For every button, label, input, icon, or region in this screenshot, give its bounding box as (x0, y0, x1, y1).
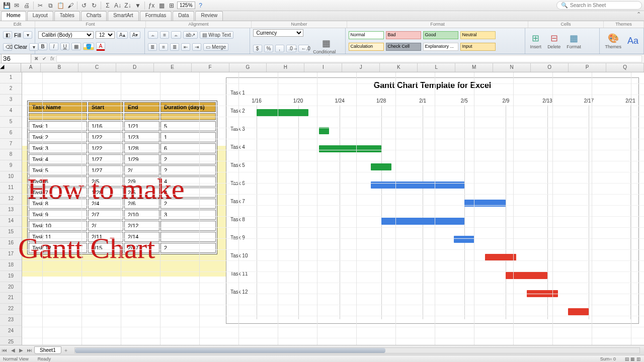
cell-style-swatch[interactable]: Calculation (349, 43, 384, 51)
column-header[interactable]: K (380, 63, 418, 72)
increase-font-icon[interactable]: A▴ (117, 31, 128, 39)
redo-icon[interactable]: ↻ (90, 1, 99, 10)
row-header[interactable]: 16 (0, 238, 22, 249)
row-header[interactable]: 22 (0, 304, 22, 315)
collapse-ribbon-icon[interactable]: ⌃ (633, 11, 644, 21)
tab-home[interactable]: Home (1, 11, 26, 21)
font-name-select[interactable]: Calibri (Body) (38, 31, 94, 39)
format-painter-icon[interactable]: 🖌 (66, 1, 75, 10)
inc-decimal-icon[interactable]: .0→ (286, 45, 297, 52)
row-header[interactable]: 1 (0, 72, 22, 83)
sheet-nav-prev-icon[interactable]: ◀ (9, 347, 17, 353)
filter-icon[interactable]: ▼ (133, 1, 142, 10)
fill-color-icon[interactable]: 🪣 (83, 43, 94, 50)
row-header[interactable]: 3 (0, 95, 22, 106)
row-header[interactable]: 5 (0, 117, 22, 128)
sheet-tab[interactable]: Sheet1 (34, 346, 61, 354)
cut-icon[interactable]: ✂ (36, 1, 45, 10)
search-input[interactable] (570, 3, 635, 8)
italic-button[interactable]: I (49, 43, 58, 50)
row-header[interactable]: 2 (0, 83, 22, 95)
print-icon[interactable]: 🖨 (22, 1, 31, 10)
delete-cells-button[interactable]: ⊟Delete (545, 32, 562, 50)
fill-icon[interactable]: ◧ (3, 31, 12, 39)
layout-buttons[interactable]: ▤ ▦ ▥ (625, 356, 641, 361)
comma-icon[interactable]: , (275, 45, 284, 52)
row-header[interactable]: 13 (0, 205, 22, 216)
copy-icon[interactable]: ⧉ (46, 1, 55, 10)
row-header[interactable]: 7 (0, 139, 22, 150)
cell-style-swatch[interactable]: Input (460, 43, 496, 51)
align-top-icon[interactable]: ⫠ (148, 31, 158, 39)
column-header[interactable]: I (304, 63, 342, 72)
column-header[interactable]: O (531, 63, 569, 72)
tab-layout[interactable]: Layout (27, 11, 53, 21)
cell-style-swatch[interactable]: Bad (386, 31, 421, 39)
sort-asc-icon[interactable]: A↓ (113, 1, 122, 10)
bold-button[interactable]: B (38, 43, 47, 50)
sheet-nav-first-icon[interactable]: ⏮ (0, 347, 9, 353)
email-icon[interactable]: ✉ (12, 1, 21, 10)
orientation-icon[interactable]: ab↗ (183, 31, 198, 39)
column-header[interactable]: H (267, 63, 304, 72)
cancel-formula-icon[interactable]: ✖ (32, 56, 40, 61)
fx-icon[interactable]: ƒx (147, 1, 156, 10)
column-header[interactable]: D (116, 63, 154, 72)
name-box[interactable] (1, 54, 31, 63)
align-left-icon[interactable]: ≣ (148, 43, 157, 51)
column-header[interactable]: C (78, 63, 116, 72)
row-header[interactable]: 21 (0, 293, 22, 304)
show-hide-icon[interactable]: ⊞ (167, 1, 176, 10)
column-header[interactable]: A (21, 63, 40, 72)
column-header[interactable]: F (192, 63, 229, 72)
cell-style-swatch[interactable]: Normal (349, 31, 384, 39)
sheet-nav-last-icon[interactable]: ⏭ (25, 347, 34, 353)
zoom-select[interactable]: 125% (177, 2, 195, 9)
number-format-select[interactable]: Currency (253, 29, 303, 37)
format-cells-button[interactable]: ▦Format (565, 32, 583, 50)
row-header[interactable]: 18 (0, 260, 22, 271)
align-bottom-icon[interactable]: ⫠ (171, 31, 181, 39)
font-size-select[interactable]: 12 (96, 31, 115, 39)
column-header[interactable]: Q (606, 63, 644, 72)
font-color-icon[interactable]: A (96, 42, 105, 51)
row-header[interactable]: 20 (0, 282, 22, 293)
row-header[interactable]: 9 (0, 160, 22, 171)
row-header[interactable]: 4 (0, 106, 22, 117)
align-middle-icon[interactable]: ≡ (160, 31, 169, 39)
column-header[interactable]: L (418, 63, 455, 72)
underline-button[interactable]: U (60, 43, 69, 50)
horizontal-scrollbar[interactable] (74, 347, 640, 353)
search-box[interactable]: 🔍 (556, 1, 642, 10)
paste-icon[interactable]: 📋 (56, 1, 65, 10)
cell-style-swatch[interactable]: Explanatory ... (423, 43, 458, 51)
help-icon[interactable]: ? (196, 1, 205, 10)
tab-data[interactable]: Data (173, 11, 194, 21)
row-header[interactable]: 17 (0, 249, 22, 260)
align-center-icon[interactable]: ≡ (159, 43, 168, 51)
sort-desc-icon[interactable]: Z↓ (123, 1, 132, 10)
insert-cells-button[interactable]: ⊞Insert (528, 32, 544, 50)
formula-input[interactable] (56, 55, 642, 62)
column-header[interactable]: J (342, 63, 380, 72)
dec-decimal-icon[interactable]: ←.0 (298, 45, 309, 52)
add-sheet-icon[interactable]: ＋ (61, 347, 70, 354)
themes-button[interactable]: 🎨Themes (603, 32, 623, 50)
row-header[interactable]: 11 (0, 183, 22, 194)
tab-tables[interactable]: Tables (54, 11, 80, 21)
row-header[interactable]: 15 (0, 227, 22, 238)
column-header[interactable]: E (154, 63, 192, 72)
cell-style-swatch[interactable]: Neutral (460, 31, 496, 39)
fx-button[interactable]: fx (48, 56, 56, 61)
row-header[interactable]: 23 (0, 315, 22, 326)
column-header[interactable]: M (455, 63, 493, 72)
decrease-font-icon[interactable]: A▾ (130, 31, 141, 39)
align-right-icon[interactable]: ≣ (170, 43, 179, 51)
tab-smartart[interactable]: SmartArt (108, 11, 138, 21)
clear-icon[interactable]: ⌫ (3, 43, 12, 51)
column-header[interactable]: G (229, 63, 267, 72)
sheet-nav-next-icon[interactable]: ▶ (17, 347, 25, 353)
border-icon[interactable]: ▦ (71, 43, 81, 50)
cell-style-swatch[interactable]: Check Cell (386, 43, 421, 51)
row-header[interactable]: 8 (0, 149, 22, 160)
